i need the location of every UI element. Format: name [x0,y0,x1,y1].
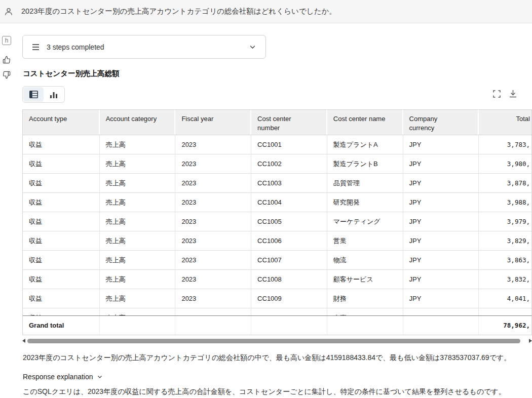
table-cell: 営業 [327,231,403,250]
table-cell: 収益 [23,212,100,231]
steps-completed-label: 3 steps completed [47,43,104,51]
table-cell: CC1004 [251,193,327,212]
table-cell: JPY [403,251,479,269]
table-cell: 2023 [175,193,251,212]
thumbs-up-icon [3,56,11,64]
chevron-down-icon [249,43,256,51]
table-cell: JPY [403,193,479,212]
table-cell: CC1006 [251,231,327,250]
response-explanation-toggle[interactable]: Response explanation [23,373,103,381]
table-cell: CC1009 [251,289,327,308]
scrollbar-thumb[interactable] [27,339,520,343]
table-cell: JPY [403,270,479,289]
table-view-button[interactable] [23,87,44,102]
table-row: 収益売上高2023CC1006営業JPY3,829, [23,231,531,251]
table-cell: 売上高 [100,212,176,231]
column-header: Account category [100,110,176,135]
table-cell: 財務 [327,289,403,308]
table-cell: 2023 [175,174,251,192]
table-cell: 収益 [23,231,100,250]
table-cell: 売上高 [100,135,176,154]
table-row: 収益売上高2023CC1001製造プラントAJPY3,783, [23,135,531,154]
table-cell: 3,979, [479,212,531,231]
table-cell: 製造プラントB [327,154,403,173]
table-cell: 2023 [175,135,251,154]
scrollbar-track[interactable] [27,339,527,343]
table-cell: 3,783, [479,135,531,154]
table-cell [251,316,327,335]
fullscreen-button[interactable] [493,90,501,98]
table-body: 収益売上高2023CC1001製造プラントAJPY3,783,収益売上高2023… [23,135,531,328]
chevron-down-icon [97,374,103,380]
question-bar: 2023年度のコストセンター別の売上高アカウントカテゴリの総会社額はどれくらいで… [0,0,532,23]
table-cell: JPY [403,174,479,192]
response-explanation-label: Response explanation [23,373,93,381]
chart-view-button[interactable] [44,87,64,102]
table-cell: JPY [403,154,479,173]
table-cell [403,316,479,335]
column-header: Total [479,110,531,135]
table-cell: 収益 [23,135,100,154]
table-cell: マーケティング [327,212,403,231]
table-cell: 3,863, [479,251,531,269]
table-row: 収益売上高2023CC1008顧客サービスJPY3,832, [23,270,531,289]
table-cell: 収益 [23,154,100,173]
person-icon [4,7,14,17]
table-cell: 売上高 [100,231,176,250]
results-table: Account type Account category Fiscal yea… [22,109,532,335]
table-cell: 2023 [175,270,251,289]
table-cell: 収益 [23,270,100,289]
table-cell: 顧客サービス [327,270,403,289]
view-toggle-group [22,86,65,103]
column-header: Cost center name [327,110,403,135]
table-cell: CC1002 [251,154,327,173]
table-cell: 2023 [175,289,251,308]
assistant-logo: h [2,36,11,45]
horizontal-scrollbar[interactable] [22,338,532,344]
grand-total-label: Grand total [23,316,100,335]
table-row: 収益売上高2023CC1009財務JPY4,041, [23,289,531,308]
table-cell: CC1003 [251,174,327,192]
table-cell: 売上高 [100,270,176,289]
table-cell: 収益 [23,193,100,212]
scroll-left-arrow[interactable] [22,339,25,343]
table-row: 収益売上高2023CC1004研究開発JPY3,988, [23,193,531,212]
table-cell: 売上高 [100,251,176,269]
table-cell: 3,878, [479,174,531,192]
column-header: Account type [23,110,100,135]
table-cell: JPY [403,231,479,250]
scroll-right-arrow[interactable] [529,339,532,343]
table-cell: 2023 [175,231,251,250]
table-cell: CC1001 [251,135,327,154]
table-cell: 2023 [175,154,251,173]
grand-total-row: Grand total 78,962, [23,315,531,335]
table-cell: 製造プラントA [327,135,403,154]
table-cell: 売上高 [100,154,176,173]
download-button[interactable] [509,90,517,98]
grand-total-value: 78,962, [479,316,531,335]
thumbs-down-button[interactable] [3,71,11,79]
column-header: Company currency [403,110,479,135]
table-cell: 売上高 [100,174,176,192]
fullscreen-icon [493,90,501,98]
table-row: 収益売上高2023CC1002製造プラントBJPY3,980, [23,154,531,174]
table-row: 収益売上高2023CC1005マーケティングJPY3,979, [23,212,531,231]
table-icon [29,91,38,98]
table-cell: CC1005 [251,212,327,231]
table-row: 収益売上高2023CC1003品質管理JPY3,878, [23,174,531,193]
table-cell: 3,829, [479,231,531,250]
table-row: 収益売上高2023CC1007物流JPY3,863, [23,251,531,270]
thumbs-down-icon [3,71,11,79]
table-cell: 品質管理 [327,174,403,192]
steps-completed-panel[interactable]: 3 steps completed [22,35,266,59]
thumbs-up-button[interactable] [3,56,11,64]
table-cell: CC1007 [251,251,327,269]
table-cell [100,316,176,335]
table-cell: 売上高 [100,289,176,308]
table-cell: 3,832, [479,270,531,289]
bar-chart-icon [50,91,58,99]
table-cell: 3,980, [479,154,531,173]
assistant-logo-letter: h [5,37,9,44]
response-explanation-text: このSQLクエリは、2023年度の収益に関する売上高の合計金額を、コストセンター… [23,387,529,397]
table-cell: 収益 [23,289,100,308]
